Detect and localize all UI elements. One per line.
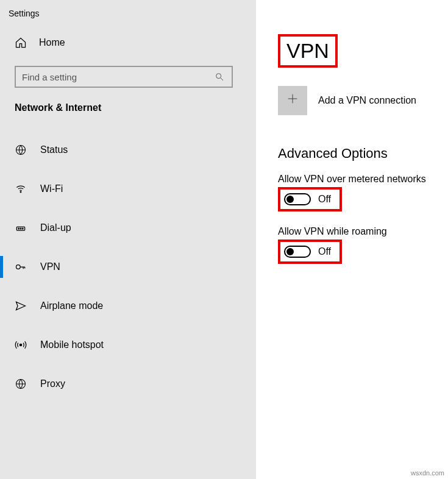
watermark: wsxdn.com [411, 469, 444, 477]
hotspot-icon [15, 339, 27, 351]
toggle-highlight: Off [278, 187, 342, 211]
add-label: Add a VPN connection [318, 95, 416, 106]
advanced-options-title: Advanced Options [278, 146, 448, 161]
sidebar-item-status[interactable]: Status [0, 134, 256, 166]
add-vpn-row[interactable]: Add a VPN connection [278, 86, 448, 115]
toggle-state: Off [318, 194, 331, 205]
vpn-icon [15, 261, 27, 273]
sidebar-item-label: VPN [40, 261, 60, 272]
svg-point-8 [16, 265, 21, 269]
toggle-state: Off [318, 246, 331, 257]
sidebar-item-wifi[interactable]: Wi-Fi [0, 173, 256, 205]
sidebar-item-vpn[interactable]: VPN [0, 251, 256, 283]
toggle-highlight: Off [278, 240, 342, 264]
main-content: VPN Add a VPN connection Advanced Option… [256, 0, 448, 479]
svg-point-5 [18, 228, 20, 229]
home-icon [15, 37, 27, 49]
sidebar-item-proxy[interactable]: Proxy [0, 368, 256, 400]
sidebar-item-label: Proxy [40, 378, 65, 389]
status-icon [15, 144, 27, 156]
svg-point-3 [20, 191, 21, 193]
proxy-icon [15, 378, 27, 390]
sidebar: Settings Home Network & Internet Status [0, 0, 256, 479]
home-label: Home [39, 37, 65, 48]
sidebar-item-airplane[interactable]: Airplane mode [0, 290, 256, 322]
toggle-roaming[interactable] [284, 246, 311, 258]
svg-point-9 [20, 344, 21, 346]
sidebar-item-dialup[interactable]: Dial-up [0, 212, 256, 244]
svg-point-0 [216, 74, 221, 79]
option-metered: Allow VPN over metered networks Off [278, 174, 448, 211]
option-label: Allow VPN over metered networks [278, 174, 448, 185]
page-title-highlight: VPN [278, 34, 338, 68]
svg-line-1 [221, 78, 223, 80]
sidebar-item-label: Mobile hotspot [40, 339, 104, 350]
plus-icon [286, 92, 299, 109]
wifi-icon [15, 183, 27, 195]
svg-point-6 [20, 228, 21, 229]
add-button[interactable] [278, 86, 307, 115]
page-title: VPN [286, 39, 329, 63]
airplane-icon [15, 300, 27, 312]
dialup-icon [15, 222, 27, 234]
option-roaming: Allow VPN while roaming Off [278, 226, 448, 264]
category-header: Network & Internet [0, 102, 256, 134]
option-label: Allow VPN while roaming [278, 226, 448, 237]
sidebar-item-label: Wi-Fi [40, 183, 63, 194]
sidebar-item-label: Status [40, 144, 68, 155]
search-input[interactable] [22, 72, 205, 82]
toggle-metered[interactable] [284, 193, 311, 205]
sidebar-item-label: Dial-up [40, 222, 71, 233]
home-nav[interactable]: Home [0, 30, 256, 55]
sidebar-item-hotspot[interactable]: Mobile hotspot [0, 329, 256, 361]
search-container [0, 55, 256, 102]
sidebar-item-label: Airplane mode [40, 300, 103, 311]
svg-point-7 [23, 228, 24, 229]
search-box[interactable] [15, 66, 233, 88]
app-title: Settings [0, 7, 256, 30]
search-icon [213, 71, 226, 83]
